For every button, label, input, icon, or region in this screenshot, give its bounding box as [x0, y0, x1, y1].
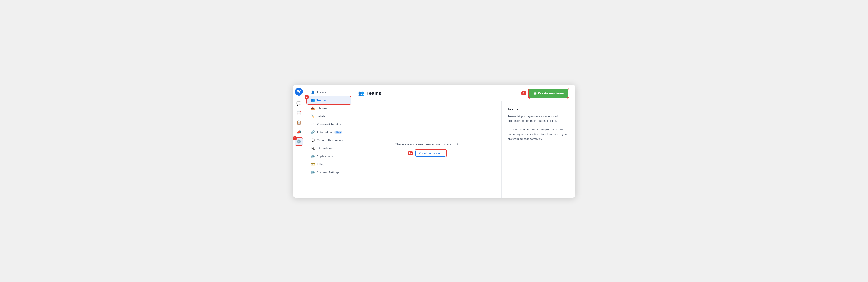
step1-badge: 1	[293, 136, 297, 140]
create-btn-label: Create new team	[538, 91, 564, 95]
automation-icon: 🔗	[311, 130, 315, 134]
sidebar-item-integrations-label: Integrations	[317, 147, 333, 150]
empty-message: There are no teams created on this accou…	[395, 143, 459, 146]
billing-icon: 💳	[311, 162, 315, 166]
main-body: There are no teams created on this accou…	[353, 101, 575, 197]
sidebar-item-teams-label: Teams	[317, 99, 326, 102]
create-new-team-inline-button[interactable]: Create new team	[415, 150, 446, 157]
inline-create-btn-label: Create new team	[419, 152, 442, 155]
header-right: 3b ⊕ Create new team	[521, 89, 568, 98]
create-new-team-header-button[interactable]: ⊕ Create new team	[529, 89, 568, 98]
step2-badge: 2	[305, 95, 309, 99]
inline-create-wrapper: 3a Create new team	[408, 150, 446, 157]
icon-bar: W 💬 📈 📋 📣 1 ⚙️	[293, 85, 305, 197]
logo[interactable]: W	[295, 88, 303, 96]
sidebar-item-inboxes-label: Inboxes	[317, 106, 327, 110]
reports-nav-icon[interactable]: 📈	[295, 109, 303, 117]
sidebar-item-applications[interactable]: ⚙️ Applications	[307, 152, 351, 160]
page-teams-icon: 👥	[358, 91, 364, 96]
sidebar-item-labels[interactable]: 🏷️ Labels	[307, 113, 351, 120]
sidebar-item-custom-attributes[interactable]: </> Custom Attributes	[307, 121, 351, 128]
main-content: 👥 Teams 3b ⊕ Create new team There are n…	[353, 85, 575, 197]
header-left: 👥 Teams	[358, 91, 381, 96]
conversations-nav-icon[interactable]: 💬	[295, 99, 303, 107]
sidebar: 👤 Agents 2 👥 Teams 📥 Inboxes 🏷️ Labels <…	[305, 85, 353, 197]
contacts-nav-icon[interactable]: 📋	[295, 119, 303, 126]
plus-icon: ⊕	[533, 91, 536, 96]
sidebar-item-applications-label: Applications	[317, 155, 333, 158]
page-title: Teams	[367, 91, 381, 96]
sidebar-item-teams[interactable]: 2 👥 Teams	[307, 96, 351, 104]
step3b-badge: 3b	[521, 91, 526, 95]
info-panel-paragraph-2: An agent can be part of multiple teams. …	[508, 127, 569, 141]
sidebar-item-agents[interactable]: 👤 Agents	[307, 88, 351, 96]
agents-icon: 👤	[311, 90, 315, 94]
sidebar-item-canned-responses[interactable]: 💬 Canned Responses	[307, 136, 351, 144]
main-center: There are no teams created on this accou…	[353, 101, 501, 197]
sidebar-item-agents-label: Agents	[317, 91, 326, 94]
sidebar-item-billing[interactable]: 💳 Billing	[307, 160, 351, 168]
teams-icon: 👥	[311, 98, 315, 102]
integrations-icon: 🔌	[311, 146, 315, 150]
inboxes-icon: 📥	[311, 106, 315, 110]
automation-beta-badge: Beta	[335, 131, 342, 133]
sidebar-item-account-settings-label: Account Settings	[317, 170, 339, 174]
sidebar-item-integrations[interactable]: 🔌 Integrations	[307, 144, 351, 152]
canned-responses-icon: 💬	[311, 138, 315, 142]
sidebar-item-labels-label: Labels	[317, 115, 326, 118]
labels-icon: 🏷️	[311, 115, 315, 118]
sidebar-item-billing-label: Billing	[317, 163, 325, 166]
info-panel: Teams Teams let you organize your agents…	[501, 101, 575, 197]
sidebar-item-custom-attributes-label: Custom Attributes	[317, 122, 341, 126]
sidebar-item-automation-label: Automation	[317, 130, 332, 134]
settings-nav-icon[interactable]: 1 ⚙️	[295, 138, 303, 146]
campaigns-nav-icon[interactable]: 📣	[295, 128, 303, 136]
sidebar-item-automation[interactable]: 🔗 Automation Beta	[307, 128, 351, 136]
sidebar-item-inboxes[interactable]: 📥 Inboxes	[307, 104, 351, 112]
info-panel-title: Teams	[508, 107, 569, 112]
main-header: 👥 Teams 3b ⊕ Create new team	[353, 85, 575, 101]
account-settings-icon: ⚙️	[311, 170, 315, 174]
applications-icon: ⚙️	[311, 154, 315, 158]
sidebar-item-account-settings[interactable]: ⚙️ Account Settings	[307, 168, 351, 176]
custom-attributes-icon: </>	[311, 122, 316, 126]
step3a-badge: 3a	[408, 151, 413, 155]
sidebar-item-canned-responses-label: Canned Responses	[317, 138, 343, 142]
info-panel-paragraph-1: Teams let you organize your agents into …	[508, 114, 569, 123]
